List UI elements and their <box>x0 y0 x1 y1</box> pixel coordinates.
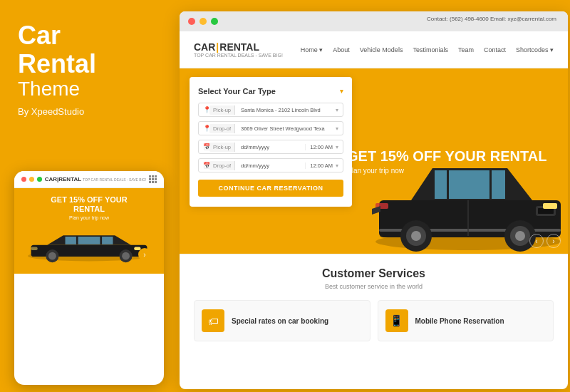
mobile-hero-subtitle: Plan your trip now <box>21 215 157 220</box>
rates-icon: 🏷 <box>202 309 224 332</box>
services-subtitle: Best customer service in the world <box>194 283 554 290</box>
mobile-hero-section: GET 15% OFF YOUR RENTAL Plan your trip n… <box>14 188 164 274</box>
form-title-chevron: ▾ <box>340 88 343 95</box>
dropoff-location-field[interactable]: 📍 Drop-of 3669 Oliver Street Wedgwood Te… <box>198 121 343 135</box>
nav-testimonials[interactable]: Testimonials <box>413 46 448 53</box>
mobile-traffic-lights <box>21 177 42 182</box>
svg-point-3 <box>48 252 56 260</box>
mobile-topbar: CAR|RENTAL TOP CAR RENTAL DEALS - SAVE B… <box>14 171 164 188</box>
dropoff-value: 3669 Oliver Street Wedgwood Texa <box>241 125 333 132</box>
nav-contact[interactable]: Contact <box>484 46 506 53</box>
continue-reservation-button[interactable]: CONTINUE CAR RESERVATION <box>198 180 343 197</box>
mobile-hero-title: GET 15% OFF YOUR RENTAL <box>21 195 157 214</box>
mobile-icon: 📱 <box>385 309 408 332</box>
svg-rect-13 <box>543 203 557 209</box>
dropoff-date-label: Drop-of <box>209 161 235 170</box>
dropoff-chevron: ▾ <box>336 125 338 132</box>
title-car: Car Rental <box>18 21 157 78</box>
pickup-date-field[interactable]: 📅 Pick-up dd/mm/yyyy 12:00 AM ▾ <box>198 140 343 154</box>
hero-next-button[interactable]: › <box>546 234 561 248</box>
pickup-chevron: ▾ <box>336 107 338 113</box>
site-hero: Select Your Car Type ▾ 📍 Pick-up Santa M… <box>180 68 568 254</box>
pickup-time-value: 12:00 AM <box>305 144 333 150</box>
browser-dot-maximize[interactable] <box>211 18 218 25</box>
services-cards: 🏷 Special rates on car booking 📱 Mobile … <box>194 300 554 341</box>
mobile-dot-green <box>37 177 42 182</box>
nav-team[interactable]: Team <box>458 46 474 53</box>
mobile-logo: CAR|RENTAL TOP CAR RENTAL DEALS - SAVE B… <box>45 176 147 182</box>
browser-dot-minimize[interactable] <box>200 18 207 25</box>
svg-point-20 <box>515 231 525 241</box>
form-title: Select Your Car Type ▾ <box>198 87 343 96</box>
site-header: CAR | RENTAL TOP CAR RENTAL DEALS - SAVE… <box>180 31 568 68</box>
pickup-value: Santa Monica - 2102 Lincoln Blvd <box>241 107 333 113</box>
mobile-menu-icon <box>149 175 157 183</box>
browser-dot-close[interactable] <box>188 18 195 25</box>
nav-about[interactable]: About <box>333 46 350 53</box>
hero-navigation: ‹ › <box>529 234 561 248</box>
left-panel: Car Rental Theme By XpeedStudio CAR|RENT… <box>0 0 175 392</box>
site-nav: Home ▾ About Vehicle Models Testimonials… <box>301 46 554 53</box>
nav-shortcodes[interactable]: Shortcodes ▾ <box>516 46 554 53</box>
left-title: Car Rental Theme By XpeedStudio <box>18 21 157 118</box>
pickup-location-field[interactable]: 📍 Pick-up Santa Monica - 2102 Lincoln Bl… <box>198 103 343 117</box>
services-section: Customer Services Best customer service … <box>180 254 568 351</box>
browser-window: CAR | RENTAL TOP CAR RENTAL DEALS - SAVE… <box>180 11 568 389</box>
dropoff-label: Drop-of <box>209 124 235 133</box>
site-logo: CAR | RENTAL TOP CAR RENTAL DEALS - SAVE… <box>194 41 283 58</box>
mobile-dot-red <box>21 177 26 182</box>
pickup-date-value: dd/mm/yyyy <box>241 144 302 150</box>
booking-form: Select Your Car Type ▾ 📍 Pick-up Santa M… <box>190 77 352 207</box>
service-card-mobile: 📱 Mobile Phone Reservation <box>378 300 554 341</box>
title-theme: Theme <box>18 78 157 100</box>
svg-point-5 <box>122 252 130 260</box>
hero-prev-button[interactable]: ‹ <box>529 234 544 248</box>
service-card-rates: 🏷 Special rates on car booking <box>194 300 370 341</box>
nav-home[interactable]: Home ▾ <box>301 46 323 53</box>
pickup-date-label: Pick-up <box>209 143 235 152</box>
svg-point-17 <box>411 231 421 241</box>
svg-rect-12 <box>538 208 554 214</box>
dropoff-date-field[interactable]: 📅 Drop-of dd/mm/yyyy 12:00 AM ▾ <box>198 158 343 172</box>
nav-vehicle-models[interactable]: Vehicle Models <box>360 46 403 53</box>
dropoff-date-value: dd/mm/yyyy <box>241 163 302 169</box>
mobile-label: Mobile Phone Reservation <box>415 317 504 325</box>
pickup-label: Pick-up <box>209 105 235 115</box>
contact-info: Contact: (562) 498-4600 Email: xyz@carre… <box>427 16 556 22</box>
mobile-mockup: CAR|RENTAL TOP CAR RENTAL DEALS - SAVE B… <box>14 171 164 385</box>
author-credit: By XpeedStudio <box>18 106 84 117</box>
svg-rect-7 <box>31 247 38 251</box>
pickup-date-chevron: ▾ <box>336 144 338 150</box>
mobile-car-image: › <box>21 220 157 267</box>
services-title: Customer Services <box>194 267 554 280</box>
mobile-dot-yellow <box>29 177 34 182</box>
dropoff-time-value: 12:00 AM <box>305 163 333 169</box>
rates-label: Special rates on car booking <box>232 317 328 325</box>
dropoff-date-chevron: ▾ <box>336 163 338 169</box>
